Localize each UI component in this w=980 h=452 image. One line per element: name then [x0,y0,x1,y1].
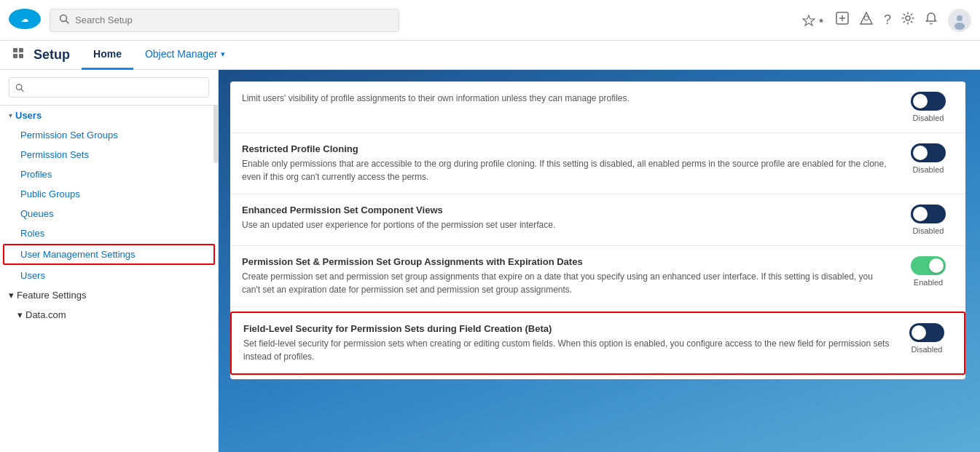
tab-object-manager[interactable]: Object Manager ▾ [133,41,237,70]
trailhead-icon[interactable] [859,11,874,29]
svg-rect-16 [19,48,23,52]
setting-text-0: Limit users' visibility of profile assig… [242,92,891,105]
salesforce-logo[interactable]: ☁ [9,8,41,32]
toggle-2[interactable] [911,205,946,223]
sidebar-item-profiles[interactable]: Profiles [0,164,218,184]
tab-home[interactable]: Home [82,41,133,70]
svg-point-13 [957,15,963,21]
sidebar-section-users[interactable]: ▾ Users [0,106,218,125]
user-avatar[interactable] [948,9,971,32]
sidebar-item-user-management-settings[interactable]: User Management Settings [3,244,215,265]
sidebar-item-permission-sets[interactable]: Permission Sets [0,145,218,164]
setting-row-0: Limit users' visibility of profile assig… [230,82,965,133]
toggle-wrap-1: Disabled [903,143,954,174]
toggle-status-0: Disabled [913,114,944,122]
setting-row-3: Permission Set & Permission Set Group As… [230,246,965,307]
top-navigation: ☁ [0,0,980,41]
setting-text-3: Permission Set & Permission Set Group As… [242,256,891,296]
add-icon[interactable] [836,12,849,28]
sidebar-section-feature-settings[interactable]: ▾ Feature Settings [0,285,218,305]
svg-line-20 [21,89,23,91]
sidebar-search-bar[interactable]: Users [9,77,209,98]
sidebar: Users ▾ Users Permission Set Groups Perm… [0,70,219,452]
svg-point-11 [906,16,910,20]
toggle-knob-2 [913,207,928,221]
toggle-wrap-0: Disabled [903,92,954,122]
svg-point-10 [864,16,869,20]
sidebar-item-roles[interactable]: Roles [0,223,218,243]
global-search-bar[interactable] [50,9,399,32]
search-icon [59,14,69,26]
scrollbar[interactable] [213,105,218,163]
page-title: Setup [34,47,70,63]
setting-text-4: Field-Level Security for Permission Sets… [243,323,890,363]
favorites-icon[interactable] [802,14,826,27]
toggle-3[interactable] [911,256,946,275]
sidebar-item-permission-set-groups[interactable]: Permission Set Groups [0,125,218,145]
nav-icons: ? [802,9,971,32]
sidebar-item-queues[interactable]: Queues [0,204,218,223]
setting-row-1: Restricted Profile Cloning Enable only p… [230,133,965,194]
app-grid-icon[interactable] [12,47,25,63]
svg-text:☁: ☁ [21,15,28,23]
chevron-down-icon: ▾ [221,49,225,59]
toggle-knob-3 [929,258,944,273]
chevron-down-icon: ▾ [17,309,23,320]
chevron-down-icon: ▾ [9,290,14,301]
toggle-wrap-4: Disabled [901,323,952,354]
svg-rect-17 [13,54,17,58]
notifications-icon[interactable] [925,12,938,28]
toggle-knob-0 [913,94,928,108]
sidebar-search-container: Users [0,70,218,106]
toggle-status-2: Disabled [913,226,944,235]
toggle-status-4: Disabled [912,345,943,354]
toggle-1[interactable] [911,143,946,162]
secondary-navigation: Setup Home Object Manager ▾ [0,41,980,70]
svg-rect-15 [13,48,17,52]
chevron-down-icon: ▾ [9,111,12,119]
toggle-knob-4 [912,325,926,340]
sidebar-item-users[interactable]: Users [0,266,218,285]
main-layout: Users ▾ Users Permission Set Groups Perm… [0,70,980,452]
toggle-wrap-2: Disabled [903,205,954,235]
toggle-status-3: Enabled [914,278,943,287]
search-input[interactable] [75,15,390,25]
content-area: Limit users' visibility of profile assig… [219,70,980,452]
sidebar-search-input[interactable]: Users [28,82,203,93]
toggle-knob-1 [913,146,928,160]
sidebar-item-public-groups[interactable]: Public Groups [0,184,218,204]
help-icon[interactable]: ? [884,12,891,28]
setting-text-2: Enhanced Permission Set Component Views … [242,205,891,231]
toggle-0[interactable] [911,92,946,111]
setting-row-2: Enhanced Permission Set Component Views … [230,194,965,246]
svg-marker-4 [803,15,815,25]
svg-line-3 [66,21,69,24]
svg-marker-9 [861,12,872,24]
toggle-status-1: Disabled [913,165,944,174]
settings-card: Limit users' visibility of profile assig… [230,82,965,379]
svg-point-14 [954,23,965,30]
svg-marker-5 [819,18,823,23]
sidebar-search-icon [15,83,24,92]
setting-row-4: Field-Level Security for Permission Sets… [230,312,965,375]
svg-rect-18 [19,54,23,58]
toggle-wrap-3: Enabled [903,256,954,287]
setup-gear-icon[interactable] [901,12,914,28]
setting-text-1: Restricted Profile Cloning Enable only p… [242,143,891,183]
sidebar-item-data-com[interactable]: ▾ Data.com [0,305,218,325]
toggle-4[interactable] [909,323,944,342]
